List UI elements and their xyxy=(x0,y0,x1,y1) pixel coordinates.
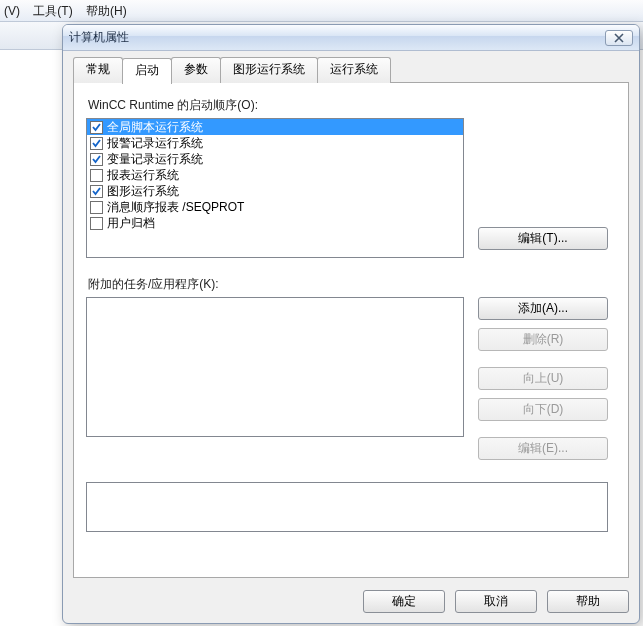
dialog-title: 计算机属性 xyxy=(69,29,605,46)
tab-strip: 常规 启动 参数 图形运行系统 运行系统 xyxy=(73,57,629,83)
tab-graphics-runtime[interactable]: 图形运行系统 xyxy=(220,57,318,83)
move-down-button: 向下(D) xyxy=(478,398,608,421)
menu-tools[interactable]: 工具(T) xyxy=(33,4,72,18)
add-button[interactable]: 添加(A)... xyxy=(478,297,608,320)
tab-page-startup: WinCC Runtime 的启动顺序(O): 全局脚本运行系统 报警记录运行系… xyxy=(73,82,629,578)
list-item-label: 消息顺序报表 /SEQPROT xyxy=(107,199,244,215)
description-box[interactable] xyxy=(86,482,608,532)
menu-help[interactable]: 帮助(H) xyxy=(86,4,127,18)
cancel-button[interactable]: 取消 xyxy=(455,590,537,613)
menu-view[interactable]: (V) xyxy=(4,4,20,18)
dialog-button-row: 确定 取消 帮助 xyxy=(73,578,629,613)
additional-tasks-list[interactable] xyxy=(86,297,464,437)
help-button[interactable]: 帮助 xyxy=(547,590,629,613)
list-item[interactable]: 变量记录运行系统 xyxy=(87,151,463,167)
list-item-label: 报警记录运行系统 xyxy=(107,135,203,151)
startup-order-label: WinCC Runtime 的启动顺序(O): xyxy=(88,97,616,114)
computer-properties-dialog: 计算机属性 常规 启动 参数 图形运行系统 运行系统 WinCC Runtime… xyxy=(62,24,640,624)
ok-button[interactable]: 确定 xyxy=(363,590,445,613)
list-item[interactable]: 报表运行系统 xyxy=(87,167,463,183)
list-item[interactable]: 全局脚本运行系统 xyxy=(87,119,463,135)
list-item-label: 用户归档 xyxy=(107,215,155,231)
tab-startup[interactable]: 启动 xyxy=(122,58,172,84)
app-menubar: (V) 工具(T) 帮助(H) xyxy=(0,0,643,22)
list-item-label: 全局脚本运行系统 xyxy=(107,119,203,135)
list-item[interactable]: 图形运行系统 xyxy=(87,183,463,199)
checkbox-icon[interactable] xyxy=(90,201,103,214)
additional-tasks-label: 附加的任务/应用程序(K): xyxy=(88,276,616,293)
checkbox-icon[interactable] xyxy=(90,217,103,230)
list-item[interactable]: 报警记录运行系统 xyxy=(87,135,463,151)
list-item[interactable]: 用户归档 xyxy=(87,215,463,231)
startup-order-list[interactable]: 全局脚本运行系统 报警记录运行系统 变量记录运行系统 报表运行系统 xyxy=(86,118,464,258)
tab-parameters[interactable]: 参数 xyxy=(171,57,221,83)
list-item[interactable]: 消息顺序报表 /SEQPROT xyxy=(87,199,463,215)
checkbox-icon[interactable] xyxy=(90,121,103,134)
close-icon xyxy=(614,33,624,43)
move-up-button: 向上(U) xyxy=(478,367,608,390)
checkbox-icon[interactable] xyxy=(90,153,103,166)
tab-runtime[interactable]: 运行系统 xyxy=(317,57,391,83)
checkbox-icon[interactable] xyxy=(90,137,103,150)
close-button[interactable] xyxy=(605,30,633,46)
list-item-label: 变量记录运行系统 xyxy=(107,151,203,167)
checkbox-icon[interactable] xyxy=(90,169,103,182)
tab-general[interactable]: 常规 xyxy=(73,57,123,83)
checkbox-icon[interactable] xyxy=(90,185,103,198)
remove-button: 删除(R) xyxy=(478,328,608,351)
list-item-label: 报表运行系统 xyxy=(107,167,179,183)
dialog-titlebar: 计算机属性 xyxy=(63,25,639,51)
startup-edit-button[interactable]: 编辑(T)... xyxy=(478,227,608,250)
list-item-label: 图形运行系统 xyxy=(107,183,179,199)
edit-task-button: 编辑(E)... xyxy=(478,437,608,460)
